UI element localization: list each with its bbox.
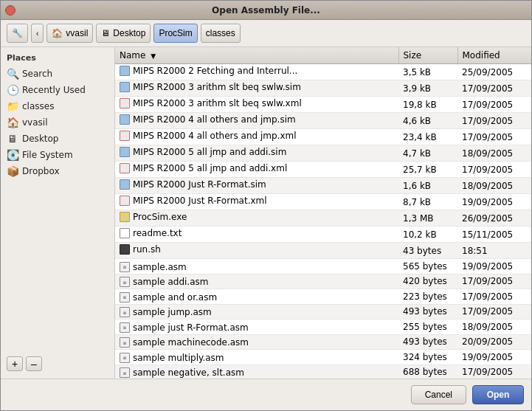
- table-row[interactable]: MIPS R2000 2 Fetching and Interrul... 3,…: [115, 64, 531, 80]
- file-size-cell: 223 bytes: [398, 289, 457, 305]
- table-row[interactable]: MIPS R2000 Just R-Format.xml 8,7 kB 19/0…: [115, 194, 531, 210]
- file-name-label: sample jump.asm: [133, 307, 212, 317]
- table-row[interactable]: ≡ sample addi.asm 420 bytes 17/09/2005: [115, 274, 531, 289]
- desktop-icon: 🖥: [101, 28, 110, 38]
- title-bar: Open Assembly File...: [1, 1, 531, 20]
- main-content: Places 🔍 Search 🕒 Recently Used 📁 classe…: [1, 47, 531, 379]
- table-row[interactable]: MIPS R2000 3 arithm slt beq swlw.xml 19,…: [115, 97, 531, 113]
- xml-file-icon: [120, 98, 130, 108]
- file-area: Name ▼ Size Modified: [115, 47, 531, 379]
- location-desktop[interactable]: 🖥 Desktop: [96, 24, 151, 43]
- table-row[interactable]: readme.txt 10,2 kB 15/11/2005: [115, 227, 531, 243]
- file-name-cell: MIPS R2000 Just R-Format.xml: [115, 194, 398, 210]
- sidebar-item-filesystem[interactable]: 💽 File System: [1, 147, 114, 163]
- file-modified-cell: 17/09/2005: [457, 129, 531, 145]
- location-procsim[interactable]: ProcSim: [153, 24, 197, 43]
- search-icon: 🔍: [7, 68, 18, 80]
- asm-file-icon: ≡: [120, 277, 130, 287]
- file-name-label: MIPS R2000 4 all others and jmp.sim: [133, 114, 296, 125]
- table-row[interactable]: ≡ sample.asm 565 bytes 19/09/2005: [115, 259, 531, 274]
- xml-file-icon: [120, 131, 130, 141]
- table-row[interactable]: ≡ sample machinecode.asm 493 bytes 20/09…: [115, 334, 531, 350]
- file-modified-cell: 18/09/2005: [457, 320, 531, 335]
- file-icon-name: MIPS R2000 3 arithm slt beq swlw.xml: [120, 98, 302, 108]
- file-modified-cell: 15/11/2005: [457, 227, 531, 243]
- file-icon-name: ≡ sample multiply.asm: [120, 353, 224, 363]
- file-modified-cell: 17/09/2005: [457, 80, 531, 97]
- table-row[interactable]: MIPS R2000 5 all jmp and addi.xml 25,7 k…: [115, 162, 531, 178]
- table-row[interactable]: MIPS R2000 5 all jmp and addi.sim 4,7 kB…: [115, 145, 531, 162]
- box-icon: 📦: [7, 165, 18, 177]
- file-icon-name: ≡ sample.asm: [120, 262, 187, 272]
- asm-file-icon: ≡: [120, 292, 130, 303]
- asm-file-icon: ≡: [120, 307, 130, 317]
- file-name-label: sample addi.asm: [133, 277, 208, 287]
- file-icon-name: ProcSim.exe: [120, 212, 187, 222]
- table-row[interactable]: ProcSim.exe 1,3 MB 26/09/2005: [115, 210, 531, 227]
- file-list-container[interactable]: Name ▼ Size Modified: [115, 47, 531, 379]
- add-bookmark-button[interactable]: +: [7, 356, 23, 371]
- exe-file-icon: [120, 212, 130, 222]
- sidebar-item-search[interactable]: 🔍 Search: [1, 66, 114, 82]
- file-name-cell: ≡ sample multiply.asm: [115, 350, 398, 365]
- file-name-cell: ≡ sample machinecode.asm: [115, 334, 398, 350]
- file-icon-name: run.sh: [120, 244, 161, 255]
- file-name-label: run.sh: [133, 244, 161, 255]
- column-modified[interactable]: Modified: [457, 47, 531, 64]
- sort-arrow-icon: ▼: [151, 52, 156, 60]
- desktop-icon: 🖥: [7, 133, 18, 145]
- file-name-cell: MIPS R2000 4 all others and jmp.sim: [115, 113, 398, 129]
- cancel-button[interactable]: Cancel: [411, 385, 466, 404]
- location-classes[interactable]: classes: [201, 24, 241, 43]
- column-name[interactable]: Name ▼: [115, 47, 398, 64]
- table-row[interactable]: MIPS R2000 3 arithm slt beq swlw.sim 3,9…: [115, 80, 531, 97]
- table-row[interactable]: MIPS R2000 Just R-Format.sim 1,6 kB 18/0…: [115, 178, 531, 194]
- dialog-title: Open Assembly File...: [212, 5, 320, 15]
- table-row[interactable]: run.sh 43 bytes 18:51: [115, 243, 531, 259]
- file-name-label: readme.txt: [133, 228, 182, 238]
- back-button[interactable]: ‹: [31, 24, 44, 43]
- file-size-cell: 255 bytes: [398, 320, 457, 335]
- file-icon-name: MIPS R2000 4 all others and jmp.sim: [120, 114, 296, 125]
- file-name-label: MIPS R2000 5 all jmp and addi.sim: [133, 147, 286, 157]
- asm-file-icon: ≡: [120, 353, 130, 363]
- sidebar-item-desktop[interactable]: 🖥 Desktop: [1, 131, 114, 147]
- file-size-cell: 25,7 kB: [398, 162, 457, 178]
- file-modified-cell: 18/09/2005: [457, 145, 531, 162]
- toolbar: 🔧 ‹ 🏠 vvasil 🖥 Desktop ProcSim classes: [1, 20, 531, 47]
- table-row[interactable]: ≡ sample jump.asm 493 bytes 17/09/2005: [115, 304, 531, 320]
- file-name-label: MIPS R2000 2 Fetching and Interrul...: [133, 66, 297, 76]
- xml-file-icon: [120, 196, 130, 206]
- file-icon-name: MIPS R2000 5 all jmp and addi.sim: [120, 147, 286, 157]
- table-row[interactable]: ≡ sample and or.asm 223 bytes 17/09/2005: [115, 289, 531, 305]
- table-row[interactable]: MIPS R2000 4 all others and jmp.xml 23,4…: [115, 129, 531, 145]
- file-name-cell: MIPS R2000 Just R-Format.sim: [115, 178, 398, 194]
- folder-icon: 📁: [7, 100, 18, 112]
- table-row[interactable]: ≡ sample just R-Format.asm 255 bytes 18/…: [115, 320, 531, 335]
- file-size-cell: 10,2 kB: [398, 227, 457, 243]
- file-modified-cell: 17/09/2005: [457, 365, 531, 379]
- file-name-cell: MIPS R2000 3 arithm slt beq swlw.sim: [115, 80, 398, 97]
- file-name-label: MIPS R2000 Just R-Format.xml: [133, 196, 267, 206]
- remove-bookmark-button[interactable]: –: [26, 356, 42, 371]
- column-size[interactable]: Size: [398, 47, 457, 64]
- sidebar-item-vvasil[interactable]: 🏠 vvasil: [1, 114, 114, 131]
- file-name-cell: ≡ sample negative, slt.asm: [115, 365, 398, 379]
- sidebar-item-recently-used[interactable]: 🕒 Recently Used: [1, 82, 114, 98]
- sim-file-icon: [120, 179, 130, 190]
- location-vvasil[interactable]: 🏠 vvasil: [46, 24, 93, 43]
- sidebar: Places 🔍 Search 🕒 Recently Used 📁 classe…: [1, 47, 115, 379]
- table-row[interactable]: ≡ sample multiply.asm 324 bytes 19/09/20…: [115, 350, 531, 365]
- file-icon-name: MIPS R2000 Just R-Format.sim: [120, 179, 266, 190]
- file-icon-name: ≡ sample and or.asm: [120, 292, 217, 303]
- file-name-label: MIPS R2000 5 all jmp and addi.xml: [133, 163, 287, 173]
- table-row[interactable]: MIPS R2000 4 all others and jmp.sim 4,6 …: [115, 113, 531, 129]
- table-row[interactable]: ≡ sample negative, slt.asm 688 bytes 17/…: [115, 365, 531, 379]
- sidebar-item-classes[interactable]: 📁 classes: [1, 98, 114, 114]
- tools-button[interactable]: 🔧: [7, 24, 28, 43]
- file-size-cell: 565 bytes: [398, 259, 457, 274]
- sidebar-item-dropbox[interactable]: 📦 Dropbox: [1, 163, 114, 179]
- close-button[interactable]: [5, 5, 15, 15]
- home-icon: 🏠: [7, 117, 18, 128]
- open-button[interactable]: Open: [472, 385, 524, 404]
